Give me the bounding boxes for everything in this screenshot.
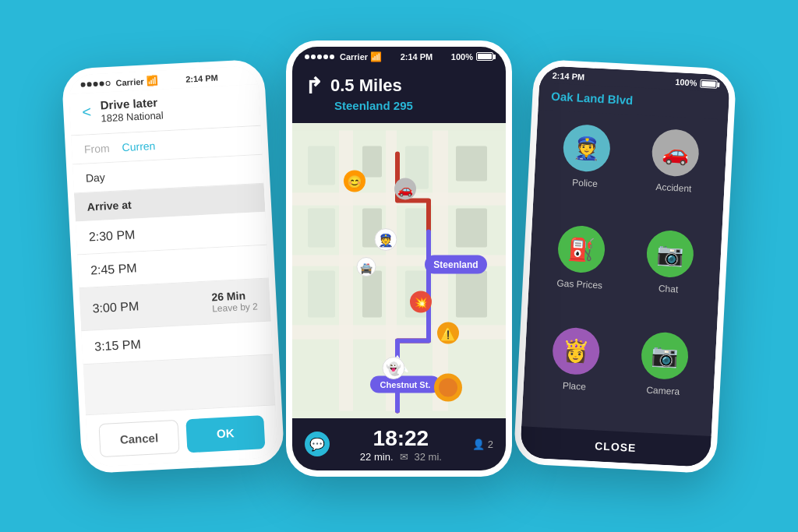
camera-icon: 📷 — [651, 342, 680, 369]
svg-rect-8 — [362, 146, 382, 177]
nav-time: 22 min. — [360, 451, 394, 463]
nav-distance: 32 mi. — [415, 451, 442, 463]
nav-distance-text: 0.5 Miles — [330, 76, 402, 96]
status-bar-center: Carrier 📶 2:14 PM 100% — [292, 47, 506, 65]
police-label: Police — [572, 177, 598, 189]
cancel-button[interactable]: Cancel — [98, 419, 179, 456]
police-icon-circle: 👮 — [562, 123, 611, 172]
phones-container: Carrier 📶 2:14 PM < Drive later 1828 Nat… — [48, 25, 750, 508]
from-value: Curren — [122, 139, 156, 153]
svg-text:👻: 👻 — [386, 361, 401, 375]
gas-icon-circle: ⛽ — [557, 224, 606, 273]
place-icon-circle: 👸 — [552, 326, 601, 375]
ok-button[interactable]: OK — [185, 415, 265, 453]
time-right: 2:14 PM — [552, 70, 584, 81]
chat-nav-icon[interactable]: 💬 — [305, 432, 330, 456]
svg-rect-14 — [456, 208, 487, 247]
nav-street-text: Steenland 295 — [334, 99, 493, 112]
svg-rect-7 — [308, 146, 335, 185]
chat-icon-circle: 📷 — [645, 229, 694, 278]
map-area[interactable]: East way Steenland Chestnut St. 😊 👮 — [292, 123, 506, 418]
phone-right: 2:14 PM 100% Oak Land Blvd 👮 Police — [514, 58, 737, 474]
wifi-icon-center: 📶 — [370, 51, 382, 62]
battery-label-right: 100% — [675, 77, 697, 87]
turn-arrow-icon: ↱ — [305, 73, 323, 99]
wifi-icon-left: 📶 — [146, 75, 158, 86]
police-icon: 👮 — [573, 134, 602, 161]
svg-text:⚠️: ⚠️ — [440, 326, 456, 340]
chat-icon: 📷 — [656, 240, 685, 267]
accident-label: Accident — [655, 181, 692, 193]
time-label-1: 2:45 PM — [90, 261, 137, 277]
carrier-center: Carrier — [340, 52, 368, 62]
svg-text:🚔: 🚔 — [360, 261, 373, 274]
svg-text:💥: 💥 — [413, 294, 429, 309]
phone-left: Carrier 📶 2:14 PM < Drive later 1828 Nat… — [62, 58, 285, 474]
time-center: 2:14 PM — [401, 52, 433, 62]
svg-text:😊: 😊 — [347, 174, 362, 188]
svg-text:🚗: 🚗 — [397, 181, 413, 196]
back-button-left[interactable]: < — [82, 103, 92, 122]
place-label: Place — [563, 379, 587, 392]
svg-rect-16 — [362, 270, 382, 317]
from-label: From — [84, 142, 110, 156]
time-label-2: 3:00 PM — [92, 299, 139, 315]
time-label-3: 3:15 PM — [94, 337, 141, 354]
menu-item-accident[interactable]: 🚗 Accident — [634, 127, 715, 220]
svg-point-37 — [439, 378, 457, 396]
menu-item-police[interactable]: 👮 Police — [546, 122, 627, 215]
menu-item-camera[interactable]: 📷 Camera — [623, 329, 704, 422]
svg-rect-11 — [308, 208, 335, 247]
svg-rect-18 — [456, 270, 487, 317]
nav-time-distance: 22 min. ✉ 32 mi. — [360, 451, 442, 463]
svg-rect-6 — [292, 325, 506, 339]
gas-icon: ⛽ — [567, 235, 596, 262]
menu-item-gas[interactable]: ⛽ Gas Prices — [540, 224, 621, 316]
svg-text:👮: 👮 — [378, 232, 394, 247]
user-count: 👤 2 — [472, 439, 493, 450]
place-icon: 👸 — [562, 337, 591, 365]
eta-display: 18:22 — [360, 426, 442, 451]
bottom-nav-bar: 💬 18:22 22 min. ✉ 32 mi. 👤 2 — [292, 418, 506, 470]
bottom-bar-left: Cancel OK — [86, 404, 278, 467]
time-left: 2:14 PM — [185, 72, 218, 83]
right-street-label: Oak Land Blvd — [551, 89, 717, 111]
nav-header-center: ↱ 0.5 Miles Steenland 295 — [292, 65, 506, 123]
chat-label: Chat — [659, 283, 679, 294]
camera-icon-circle: 📷 — [641, 330, 690, 379]
camera-label: Camera — [646, 384, 680, 396]
svg-rect-15 — [308, 270, 335, 317]
svg-rect-13 — [405, 208, 429, 247]
carrier-left: Carrier — [115, 76, 144, 87]
svg-text:Steenland: Steenland — [433, 259, 478, 270]
menu-item-chat[interactable]: 📷 Chat — [629, 228, 710, 321]
battery-label-center: 100% — [451, 52, 473, 62]
accident-icon: 🚗 — [661, 139, 690, 166]
gas-label: Gas Prices — [556, 277, 602, 291]
menu-grid: 👮 Police 🚗 Accident ⛽ Gas Prices — [521, 109, 728, 435]
svg-text:Chestnut St.: Chestnut St. — [380, 379, 431, 389]
time-extra-2: Leave by 2 — [212, 301, 258, 314]
phone-center: Carrier 📶 2:14 PM 100% ↱ 0.5 Miles Steen… — [286, 41, 512, 477]
time-label-0: 2:30 PM — [88, 227, 135, 244]
svg-rect-10 — [456, 146, 487, 181]
menu-item-place[interactable]: 👸 Place — [535, 325, 616, 417]
accident-icon-circle: 🚗 — [651, 128, 700, 177]
user-count-number: 2 — [488, 439, 493, 450]
